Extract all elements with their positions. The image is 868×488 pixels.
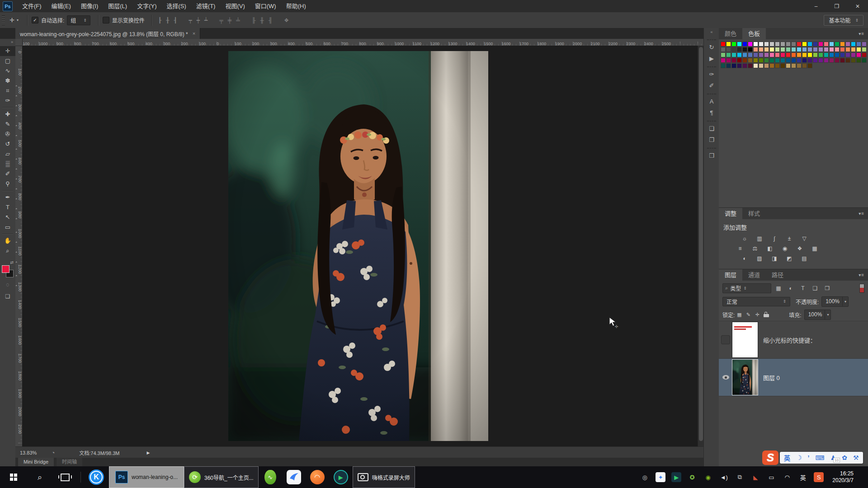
color-swatch[interactable] (769, 63, 774, 68)
distribute-right-icon[interactable]: ╢ (266, 17, 275, 23)
taskbar-photoshop-button[interactable]: Ps woman-leaning-o... (109, 466, 184, 488)
lock-image-pixels-icon[interactable]: ✎ (745, 312, 751, 318)
color-swatch[interactable] (856, 52, 861, 57)
color-swatch[interactable] (813, 47, 818, 52)
tab-swatches[interactable]: 色板 (742, 28, 766, 39)
color-swatch[interactable] (840, 58, 845, 63)
color-swatch[interactable] (851, 58, 856, 63)
pen-tool[interactable]: ✒ (0, 192, 15, 202)
rectangular-marquee-tool[interactable]: ▢ (0, 56, 15, 66)
color-swatch[interactable] (829, 52, 834, 57)
visibility-toggle[interactable] (719, 335, 732, 344)
color-swatch[interactable] (840, 42, 845, 47)
document-tab[interactable]: woman-leaning-on-grey-pole-2254075.jpg @… (15, 28, 200, 39)
task-view-button[interactable] (52, 466, 78, 488)
color-swatch[interactable] (856, 42, 861, 47)
document-image[interactable] (228, 51, 488, 441)
color-swatch[interactable] (856, 47, 861, 52)
layer-row-image[interactable]: 图层 0 (719, 359, 868, 396)
color-swatch[interactable] (769, 47, 774, 52)
color-swatch[interactable] (813, 52, 818, 57)
dodge-tool[interactable]: ⚲ (0, 179, 15, 189)
color-swatch[interactable] (742, 52, 747, 57)
color-swatch[interactable] (769, 52, 774, 57)
color-swatch[interactable] (851, 47, 856, 52)
sogou-keyboard-icon[interactable]: ⌨ 10 (815, 454, 824, 461)
timeline-tab[interactable]: 时间轴 (57, 458, 82, 466)
filter-smart-objects-icon[interactable]: ❒ (822, 284, 832, 293)
color-swatch[interactable] (862, 42, 867, 47)
distribute-horizontal-centers-icon[interactable]: ╫ (258, 17, 266, 23)
color-swatch[interactable] (764, 47, 769, 52)
color-swatch[interactable] (764, 52, 769, 57)
align-right-edges-icon[interactable]: ┨ (171, 17, 179, 23)
color-swatch[interactable] (726, 47, 731, 52)
color-swatch[interactable] (748, 42, 753, 47)
menu-item[interactable]: 视图(V) (220, 0, 250, 12)
nvidia-tray-icon[interactable]: ◉ (703, 472, 713, 482)
crop-tool[interactable]: ⌗ (0, 86, 15, 96)
vibrance-adjustment-icon[interactable]: ▽ (799, 235, 809, 243)
color-swatch[interactable] (775, 52, 780, 57)
lock-all-icon[interactable] (764, 314, 769, 317)
start-button[interactable] (0, 466, 27, 488)
color-swatch[interactable] (840, 52, 845, 57)
taskbar-player-button[interactable]: ▶ (329, 466, 353, 488)
menu-item[interactable]: 文件(F) (17, 0, 47, 12)
status-menu-arrow-icon[interactable]: ▶ (147, 450, 150, 455)
color-swatch[interactable] (791, 58, 796, 63)
color-swatch[interactable] (835, 42, 840, 47)
align-vertical-centers-icon[interactable]: ┿ (194, 17, 202, 23)
zoom-tool[interactable]: ⌕ (0, 246, 15, 256)
sogou-wrench-icon[interactable]: ⚒ 10 (853, 454, 859, 461)
color-swatch[interactable] (813, 58, 818, 63)
color-swatch[interactable] (759, 52, 764, 57)
menu-item[interactable]: 图像(I) (76, 0, 103, 12)
swap-colors-icon[interactable]: ⇄ (2, 260, 14, 265)
color-swatch[interactable] (753, 52, 758, 57)
color-swatch[interactable] (786, 47, 791, 52)
layer-name[interactable]: 图层 0 (763, 373, 780, 382)
color-swatch[interactable] (780, 58, 785, 63)
tab-adjustments[interactable]: 调整 (719, 208, 742, 219)
history-brush-tool[interactable]: ↺ (0, 139, 15, 149)
color-swatch[interactable] (764, 42, 769, 47)
color-swatch[interactable] (731, 42, 736, 47)
menu-item[interactable]: 窗口(W) (250, 0, 281, 12)
type-tool[interactable]: T (0, 202, 15, 212)
color-swatch[interactable] (818, 42, 823, 47)
color-swatch[interactable] (742, 63, 747, 68)
move-tool[interactable]: ✛ (0, 46, 15, 56)
color-swatch[interactable] (721, 42, 726, 47)
brightness-contrast-adjustment-icon[interactable]: ☼ (740, 235, 750, 243)
color-swatch[interactable] (791, 52, 796, 57)
actions-panel-icon[interactable]: ▶ (704, 53, 719, 64)
zoom-level-field[interactable]: 13.83% (15, 450, 43, 455)
color-swatch[interactable] (862, 58, 867, 63)
canvas-vertical-scrollbar[interactable] (698, 46, 704, 446)
color-swatch[interactable] (829, 42, 834, 47)
color-swatch[interactable] (721, 52, 726, 57)
invert-adjustment-icon[interactable]: ◐ (740, 255, 750, 263)
color-swatch[interactable] (813, 42, 818, 47)
color-swatch[interactable] (742, 58, 747, 63)
color-swatch[interactable] (818, 52, 823, 57)
color-swatch[interactable] (780, 42, 785, 47)
video-play-tray-icon[interactable]: ▶ (671, 472, 681, 482)
color-swatch[interactable] (797, 58, 802, 63)
filter-shape-layers-icon[interactable]: ❑ (810, 284, 820, 293)
hue-saturation-adjustment-icon[interactable]: ≡ (735, 245, 745, 253)
color-balance-adjustment-icon[interactable]: ⚖ (750, 245, 760, 253)
opacity-field[interactable]: 100% ▾ (821, 296, 849, 307)
color-swatch[interactable] (840, 47, 845, 52)
color-swatch[interactable] (829, 58, 834, 63)
filter-pixel-layers-icon[interactable]: ▦ (774, 284, 783, 293)
color-swatch[interactable] (807, 58, 812, 63)
color-swatch[interactable] (759, 47, 764, 52)
color-swatch[interactable] (802, 42, 807, 47)
recorder-tray-icon[interactable]: ◎ (640, 472, 650, 482)
menu-item[interactable]: 编辑(E) (47, 0, 76, 12)
tool-presets-panel-icon[interactable]: ✐ (704, 80, 719, 91)
taskbar-thunder-button[interactable] (282, 466, 306, 488)
align-left-edges-icon[interactable]: ┠ (156, 17, 164, 23)
